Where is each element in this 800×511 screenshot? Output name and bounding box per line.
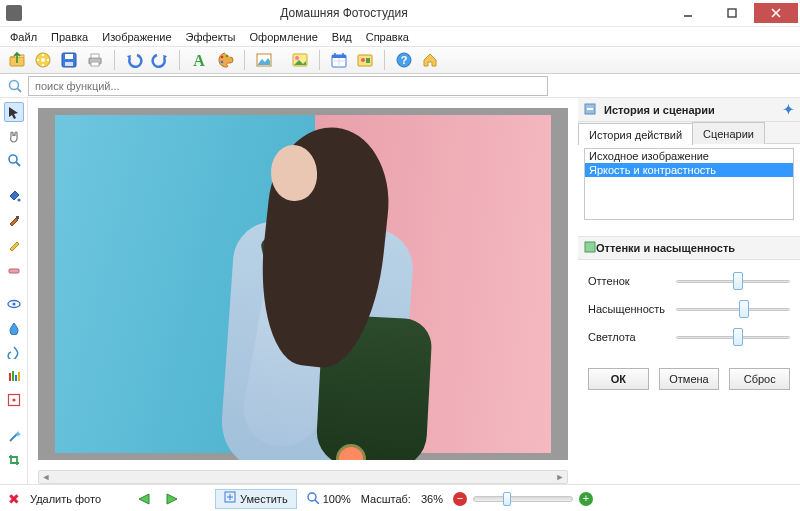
tool-hand[interactable] [4,126,24,146]
tab-scenarios[interactable]: Сценарии [692,122,765,144]
card-button[interactable] [354,49,376,71]
print-button[interactable] [84,49,106,71]
history-item[interactable]: Исходное изображение [585,149,793,163]
sliders-panel-header[interactable]: Оттенки и насыщенность [578,236,800,260]
cancel-button[interactable]: Отмена [659,368,720,390]
tool-pencil[interactable] [4,234,24,254]
scroll-right-arrow-icon[interactable]: ► [553,471,567,483]
svg-rect-32 [366,58,370,63]
tool-eye[interactable] [4,294,24,314]
menu-help[interactable]: Справка [360,29,415,45]
home-button[interactable] [419,49,441,71]
svg-point-6 [41,58,45,62]
picture-icon [291,51,309,69]
search-input[interactable] [28,76,548,96]
delete-photo-button[interactable]: Удалить фото [30,493,101,505]
sliders-icon [584,241,596,255]
zoom-slider[interactable] [473,496,573,502]
history-panel-header[interactable]: История и сценарии ✦ [578,98,800,122]
tool-zoom[interactable] [4,150,24,170]
slider-hue[interactable] [676,274,790,288]
slider-saturation[interactable] [676,302,790,316]
svg-rect-52 [587,108,593,110]
svg-point-7 [42,54,45,57]
tool-pointer[interactable] [4,102,24,122]
save-button[interactable] [58,49,80,71]
history-list[interactable]: Исходное изображение Яркость и контрастн… [584,148,794,220]
menu-edit[interactable]: Правка [45,29,94,45]
menu-decoration[interactable]: Оформление [244,29,324,45]
next-button[interactable] [163,490,181,508]
minimize-button[interactable] [666,3,710,23]
svg-rect-15 [91,54,99,58]
menu-view[interactable]: Вид [326,29,358,45]
svg-rect-45 [12,371,14,381]
close-button[interactable] [754,3,798,23]
svg-rect-13 [65,62,73,66]
menu-image[interactable]: Изображение [96,29,177,45]
collapse-icon [584,103,598,117]
menu-effects[interactable]: Эффекты [180,29,242,45]
app-icon [6,5,22,21]
import-button[interactable] [32,49,54,71]
redo-button[interactable] [149,49,171,71]
tool-brush[interactable] [4,210,24,230]
scroll-left-arrow-icon[interactable]: ◄ [39,471,53,483]
zoom-in-button[interactable]: + [579,492,593,506]
history-panel-title: История и сценарии [604,104,715,116]
tab-history[interactable]: История действий [578,123,693,145]
undo-button[interactable] [123,49,145,71]
calendar-icon [330,51,348,69]
chevron-up-icon[interactable]: ✦ [783,102,794,117]
tool-smudge[interactable] [4,342,24,362]
tool-paintbucket[interactable] [4,186,24,206]
toolbar: A ? [0,46,800,74]
svg-rect-12 [65,54,73,59]
svg-point-43 [12,302,15,305]
palette-icon [216,51,234,69]
canvas[interactable] [38,108,568,460]
svg-point-49 [12,398,15,401]
svg-line-56 [315,500,319,504]
slider-lightness[interactable] [676,330,790,344]
scale-value: 36% [421,493,443,505]
svg-rect-40 [16,216,19,219]
tool-eraser[interactable] [4,258,24,278]
zoom-out-button[interactable]: − [453,492,467,506]
maximize-button[interactable] [710,3,754,23]
frame-button[interactable] [253,49,275,71]
tool-crop[interactable] [4,450,24,470]
reset-button[interactable]: Сброс [729,368,790,390]
picture-button[interactable] [289,49,311,71]
open-folder-button[interactable] [6,49,28,71]
help-button[interactable]: ? [393,49,415,71]
scale-label: Масштаб: [361,493,411,505]
zoom-100-button[interactable]: 100% [307,492,351,506]
photo [55,115,551,453]
tool-target[interactable] [4,390,24,410]
tool-wand[interactable] [4,426,24,446]
fit-button[interactable]: Уместить [215,489,297,509]
window-title: Домашняя Фотостудия [22,6,666,20]
ok-button[interactable]: ОК [588,368,649,390]
prev-button[interactable] [135,490,153,508]
film-icon [34,51,52,69]
text-button[interactable]: A [188,49,210,71]
calendar-button[interactable] [328,49,350,71]
titlebar: Домашняя Фотостудия [0,0,800,27]
tool-levels[interactable] [4,366,24,386]
sliders: Оттенок Насыщенность Светлота [578,260,800,348]
tool-drop[interactable] [4,318,24,338]
zoom-100-icon [307,492,319,506]
horizontal-scrollbar[interactable]: ◄ ► [38,470,568,484]
search-icon [6,77,24,95]
svg-point-31 [361,58,365,62]
slider-hue-label: Оттенок [588,275,668,287]
svg-point-10 [37,59,40,62]
palette-button[interactable] [214,49,236,71]
save-icon [60,51,78,69]
slider-lightness-label: Светлота [588,331,668,343]
svg-point-23 [295,56,299,60]
history-item[interactable]: Яркость и контрастность [585,163,793,177]
menu-file[interactable]: Файл [4,29,43,45]
